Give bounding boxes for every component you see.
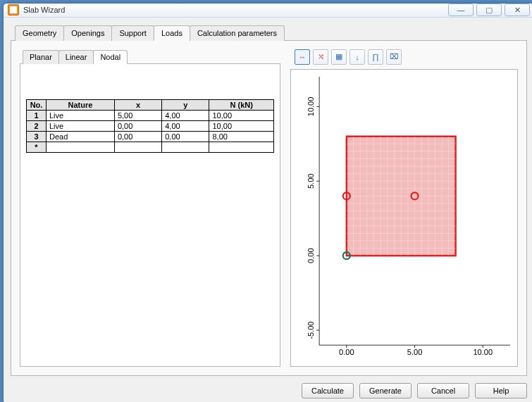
cell-n[interactable]: 10,00 [209, 120, 274, 131]
cell-empty[interactable] [209, 142, 274, 152]
col-header: N (kN) [209, 99, 274, 110]
client-area: GeometryOpeningsSupportLoadsCalculation … [4, 18, 532, 402]
col-header: Nature [47, 99, 115, 110]
svg-text:10.00: 10.00 [473, 348, 493, 356]
tab-support[interactable]: Support [111, 25, 154, 41]
cell-y[interactable]: 4,00 [162, 120, 209, 131]
cell-nature[interactable]: Dead [47, 131, 115, 142]
svg-text:5.00: 5.00 [407, 348, 422, 356]
cell-no[interactable]: 1 [27, 110, 47, 120]
svg-text:5.00: 5.00 [307, 173, 315, 188]
frame-icon[interactable]: ⌧ [386, 49, 402, 65]
table-row[interactable]: 1Live5,004,0010,00 [27, 110, 274, 120]
col-header: x [114, 99, 161, 110]
cell-y[interactable]: 4,00 [162, 110, 209, 120]
svg-text:0.00: 0.00 [339, 348, 354, 356]
cell-no[interactable]: 2 [27, 120, 47, 131]
cell-x[interactable]: 0,00 [114, 120, 161, 131]
main-tabs: GeometryOpeningsSupportLoadsCalculation … [11, 25, 527, 41]
titlebar: Slab Wizard — ▢ ✕ [4, 4, 532, 18]
cell-empty[interactable] [47, 142, 115, 152]
slab-wizard-window: Slab Wizard — ▢ ✕ GeometryOpeningsSuppor… [3, 3, 532, 402]
cell-no[interactable]: 3 [27, 131, 47, 142]
svg-text:10.00: 10.00 [307, 96, 315, 116]
subtab-planar[interactable]: Planar [23, 50, 59, 64]
table-row-new[interactable]: * [27, 142, 274, 152]
arrow-down-icon[interactable]: ↓ [349, 49, 365, 65]
col-header: y [162, 99, 209, 110]
svg-text:0.00: 0.00 [307, 248, 315, 263]
subtab-linear[interactable]: Linear [58, 50, 94, 64]
app-icon [8, 4, 19, 15]
left-pane: PlanarLinearNodal No.NaturexyN (kN) 1Liv… [20, 49, 280, 367]
window-title: Slab Wizard [23, 6, 65, 14]
tab-calculation-parameters[interactable]: Calculation parameters [190, 25, 285, 41]
cell-x[interactable]: 5,00 [114, 110, 161, 120]
loads-table-wrap: No.NaturexyN (kN) 1Live5,004,0010,002Liv… [26, 99, 274, 360]
cell-empty[interactable] [162, 142, 209, 152]
table-row[interactable]: 3Dead0,000,008,00 [27, 131, 274, 142]
maximize-button[interactable]: ▢ [476, 4, 502, 16]
slab-preview-canvas[interactable]: 0.005.0010.00-5.000.005.0010.00 [290, 69, 518, 367]
dialog-buttons: Calculate Generate Cancel Help [11, 376, 527, 398]
cell-n[interactable]: 10,00 [209, 110, 274, 120]
generate-button[interactable]: Generate [359, 383, 412, 398]
preview-toolbar: ↔⤭▦↓∏⌧ [290, 49, 518, 69]
cell-nature[interactable]: Live [47, 110, 115, 120]
cell-n[interactable]: 8,00 [209, 131, 274, 142]
column-icon[interactable]: ∏ [368, 49, 383, 65]
cell-y[interactable]: 0,00 [162, 131, 209, 142]
cell-x[interactable]: 0,00 [114, 131, 161, 142]
tab-panel-loads: PlanarLinearNodal No.NaturexyN (kN) 1Liv… [11, 41, 527, 376]
load-type-tabs: PlanarLinearNodal [20, 49, 280, 64]
help-button[interactable]: Help [475, 383, 527, 398]
cell-empty[interactable] [114, 142, 161, 152]
subtab-nodal[interactable]: Nodal [93, 50, 128, 64]
cell-no[interactable]: * [27, 142, 47, 152]
grid-icon[interactable]: ▦ [331, 49, 347, 65]
minimize-button[interactable]: — [448, 4, 474, 16]
right-pane: ↔⤭▦↓∏⌧ 0.005.0010.00-5.000.005.0010.00 [290, 49, 518, 367]
table-row[interactable]: 2Live0,004,0010,00 [27, 120, 274, 131]
close-button[interactable]: ✕ [505, 4, 530, 16]
tab-loads[interactable]: Loads [154, 25, 190, 41]
arrows-icon[interactable]: ⤭ [313, 49, 328, 65]
tab-geometry[interactable]: Geometry [15, 25, 64, 41]
nodal-loads-panel: No.NaturexyN (kN) 1Live5,004,0010,002Liv… [20, 64, 280, 367]
dimension-icon[interactable]: ↔ [295, 49, 310, 65]
loads-table[interactable]: No.NaturexyN (kN) 1Live5,004,0010,002Liv… [26, 99, 274, 153]
cancel-button[interactable]: Cancel [417, 383, 469, 398]
tab-openings[interactable]: Openings [63, 25, 112, 41]
col-header: No. [27, 99, 47, 110]
calculate-button[interactable]: Calculate [302, 383, 354, 398]
window-buttons: — ▢ ✕ [448, 4, 530, 16]
svg-text:-5.00: -5.00 [307, 321, 315, 339]
cell-nature[interactable]: Live [47, 120, 115, 131]
